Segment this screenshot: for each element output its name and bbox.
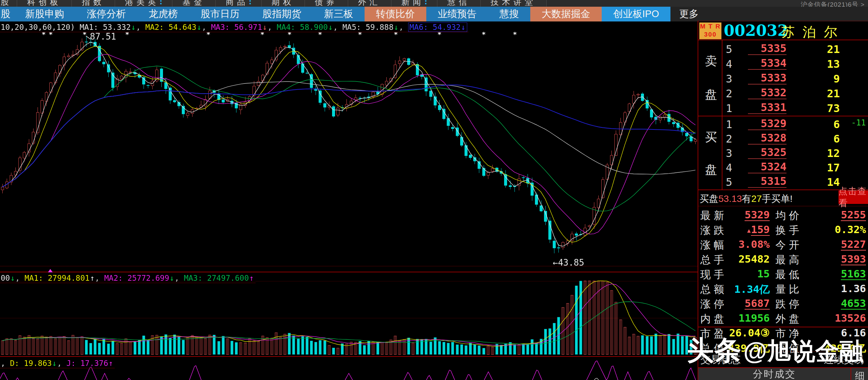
tab-tick-trades[interactable]: 分时成交 <box>698 368 850 380</box>
submenu-tab-新三板[interactable]: 新三板 <box>313 7 365 22</box>
buy-level: 4 <box>726 161 732 174</box>
click-to-view-button[interactable]: 点击查看 <box>838 190 868 204</box>
queue-column-line <box>722 40 722 190</box>
stat-value: 25482 <box>721 253 770 265</box>
sell-price[interactable]: 5331 <box>748 102 786 114</box>
stat-label: 均价 <box>775 209 802 223</box>
menu-tab-慧信[interactable]: 慧信 <box>437 0 480 7</box>
stat-value: 11956 <box>721 312 770 324</box>
submenu-tab-涨停分析[interactable]: 涨停分析 <box>75 7 137 22</box>
stat-value: 15 <box>721 267 770 280</box>
submenu-tab-股指期货[interactable]: 股指期货 <box>251 7 313 22</box>
queue-side-label: 买 <box>705 129 717 146</box>
submenu-tab-转债比价[interactable]: 转债比价 <box>365 7 426 22</box>
stat-value: 5329 <box>721 209 770 221</box>
menu-tab-外汇[interactable]: 外汇 <box>348 0 392 7</box>
new-badge-icon: ∶ <box>425 0 427 7</box>
menu-tab-指数[interactable]: 指数 <box>72 0 115 7</box>
sell-price[interactable]: 5333 <box>748 72 786 85</box>
panel-top-line <box>698 21 868 21</box>
panel-left-border <box>698 21 698 380</box>
stock-code[interactable]: 002032 <box>724 22 788 39</box>
submenu-tab-股[interactable]: 股 <box>0 7 14 22</box>
new-badge-icon: ∶ <box>249 0 251 7</box>
tab-detail[interactable]: 细 <box>855 369 865 380</box>
sell-level: 3 <box>726 72 732 85</box>
stat-value: 5163 <box>814 267 866 280</box>
buy-price[interactable]: 5315 <box>748 176 786 188</box>
buy-volume: 6 <box>796 132 840 145</box>
submenu-tab-更多[interactable]: 更多 <box>671 7 707 22</box>
sell-volume: 21 <box>796 87 840 100</box>
sell-price[interactable]: 5335 <box>748 43 786 55</box>
menu-tab-债券[interactable]: 债券 <box>305 0 348 7</box>
submenu-tab-业绩预告[interactable]: 业绩预告 <box>426 7 488 22</box>
queue-side-label: 盘 <box>705 87 717 103</box>
kline-chart <box>0 21 698 268</box>
menu-tab-技术讲堂[interactable]: 技术讲堂 <box>480 0 547 7</box>
buy-level: 2 <box>726 132 732 145</box>
buy-volume: 12 <box>796 147 840 160</box>
menu-tab-科创板[interactable]: 科创板 <box>17 0 72 7</box>
submenu-tab-慧搜[interactable]: 慧搜 <box>488 7 530 22</box>
stat-value: 13526 <box>814 312 866 324</box>
index-membership-badge: M T R 300 <box>699 23 721 39</box>
submenu-tab-新股申购[interactable]: 新股申购 <box>14 7 75 22</box>
sell-level: 5 <box>726 43 732 56</box>
sell-level: 2 <box>726 87 732 100</box>
stat-label: 量比 <box>775 282 802 296</box>
stat-value: 5227 <box>814 238 866 251</box>
stat-value: 5687 <box>721 297 770 310</box>
buy-price[interactable]: 5324 <box>748 161 786 173</box>
sell-level: 1 <box>726 102 732 115</box>
stat-value: 3.08% <box>721 238 770 250</box>
buy-price[interactable]: 5329 <box>748 118 786 130</box>
sell-volume: 73 <box>796 102 840 115</box>
buy-volume: 17 <box>796 161 840 174</box>
big-order-alert: 买盘53.13有27手买单! <box>700 192 793 205</box>
menu-tab-新闻[interactable]: 新闻∶ <box>392 0 437 7</box>
sell-volume: 9 <box>796 72 840 85</box>
sell-price[interactable]: 5332 <box>748 87 786 99</box>
stat-value: 4653 <box>814 297 866 310</box>
badge-mtr: M T R <box>699 23 721 31</box>
stat-label: 跌停 <box>775 297 802 311</box>
sub-menu-blue-strip: 股新股申购涨停分析龙虎榜股市日历股指期货新三板转债比价业绩预告慧搜大数据掘金创业… <box>0 7 671 22</box>
queue-side-label: 盘 <box>705 162 717 178</box>
sell-price[interactable]: 5334 <box>748 58 786 70</box>
stock-name[interactable]: 苏 泊 尔 <box>781 23 839 41</box>
kdj-indicator-label: , D: 19.863↓, J: 17.376↑ <box>0 358 115 368</box>
submenu-tab-创业板IPO[interactable]: 创业板IPO <box>602 7 671 22</box>
ma-indicator-label: 10,20,30,60,120) MA1: 53.332↓, MA2: 54.6… <box>0 22 469 32</box>
submenu-tab-股市日历[interactable]: 股市日历 <box>189 7 251 22</box>
stat-label: 最低 <box>775 267 802 282</box>
stat-value: 1.36 <box>814 282 866 294</box>
submenu-tab-龙虎榜[interactable]: 龙虎榜 <box>137 7 189 22</box>
stat-value: 5255 <box>814 209 866 221</box>
pane-divider-marker[interactable] <box>48 269 53 272</box>
buy-price[interactable]: 5328 <box>748 132 786 145</box>
volume-ma-label: 00↓, MA1: 27994.801↑, MA2: 25772.699↓, M… <box>0 273 255 283</box>
menu-tab-港美英[interactable]: 港美英∶ <box>115 0 173 7</box>
menu-tab-股[interactable]: 股 <box>0 0 17 7</box>
submenu-tab-大数据掘金[interactable]: 大数据掘金 <box>530 7 602 22</box>
stat-value: 5393 <box>814 253 866 265</box>
stat-label: 换手 <box>775 223 802 238</box>
menu-tab-基金[interactable]: 基金 <box>173 0 216 7</box>
menu-tab-商品[interactable]: 商品∶ <box>216 0 261 7</box>
footer-divider <box>850 368 851 380</box>
new-badge-icon: ∶ <box>160 0 162 7</box>
sell-volume: 13 <box>796 58 840 70</box>
main-menu-bar: 股科创板指数港美英∶基金商品∶期权债券外汇新闻∶慧信技术讲堂 <box>0 0 868 7</box>
watermark-author: @旭说金融 <box>743 338 863 365</box>
sub-menu-bar: 股新股申购涨停分析龙虎榜股市日历股指期货新三板转债比价业绩预告慧搜大数据掘金创业… <box>0 7 868 22</box>
panel-footer: 分时成交 细 <box>698 367 868 380</box>
buy-queue-delta: -11 <box>851 118 866 127</box>
watermark: 头条 @旭说金融 <box>687 333 864 369</box>
buy-price[interactable]: 5325 <box>748 147 786 159</box>
menu-tab-期权[interactable]: 期权 <box>261 0 305 7</box>
buy-level: 3 <box>726 147 732 160</box>
stat-value: 0.32% <box>814 223 866 235</box>
sell-buy-separator <box>698 116 868 116</box>
trough-price-label: ←43.85 <box>553 258 584 267</box>
